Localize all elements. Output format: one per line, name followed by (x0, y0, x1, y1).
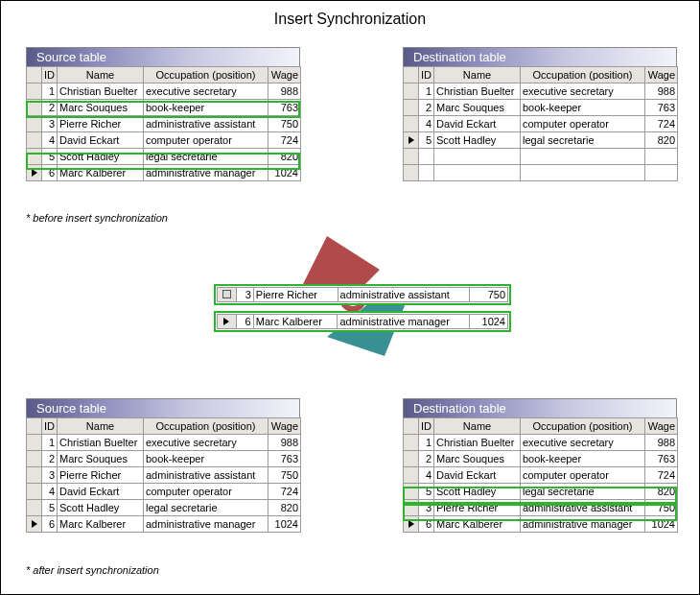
row-handle[interactable] (404, 435, 419, 451)
col-occ: Occupation (position) (144, 67, 268, 83)
cell-wage: 724 (645, 467, 678, 484)
table-row[interactable]: 5Scott Hadleylegal secretarie820 (404, 132, 678, 149)
table-row[interactable]: 6Marc Kalbereradministrative manager1024 (27, 516, 301, 533)
row-handle[interactable] (27, 467, 42, 484)
cell-id: 3 (236, 288, 253, 302)
cell-name: Christian Buelter (434, 83, 521, 100)
col-handle (27, 67, 42, 83)
cell-occ: legal secretarie (144, 149, 268, 165)
row-handle[interactable] (404, 100, 419, 116)
row-handle[interactable] (27, 132, 42, 149)
row-handle[interactable] (404, 467, 419, 484)
table-row[interactable]: 6Marc Kalbereradministrative manager1024 (27, 165, 301, 181)
cell-wage: 1024 (268, 165, 301, 181)
cell-name: Marc Souques (434, 100, 521, 116)
row-handle[interactable] (27, 516, 42, 533)
cell-occ: legal secretarie (144, 500, 268, 516)
cell-name: Scott Hadley (434, 484, 521, 500)
cell-name: Marc Kalberer (434, 516, 521, 533)
cell-id: 5 (42, 149, 58, 165)
cell-name: Pierre Richer (253, 288, 338, 302)
cell-occ: computer operator (144, 484, 268, 500)
row-handle[interactable] (27, 83, 42, 100)
cell-id: 4 (42, 484, 58, 500)
cell-id: 4 (42, 132, 58, 149)
row-handle[interactable] (27, 149, 42, 165)
cell-empty (645, 165, 678, 181)
col-handle (404, 418, 419, 435)
cell-wage: 820 (645, 484, 678, 500)
table-row[interactable]: 4David Eckartcomputer operator724 (404, 467, 678, 484)
row-handle (404, 149, 419, 165)
table-row[interactable]: 5Scott Hadleylegal secretarie820 (27, 149, 301, 165)
cell-id: 6 (236, 315, 253, 329)
table-row[interactable]: 4David Eckartcomputer operator724 (27, 484, 301, 500)
row-handle[interactable] (404, 132, 419, 149)
grid-source-before: ID Name Occupation (position) Wage 1Chri… (26, 66, 301, 181)
float-row: 6 Marc Kalberer administrative manager 1… (217, 314, 508, 329)
col-name: Name (58, 418, 144, 435)
table-row[interactable]: 5Scott Hadleylegal secretarie820 (27, 500, 301, 516)
col-id: ID (42, 67, 58, 83)
cell-occ: administrative manager (144, 165, 268, 181)
table-title-source: Source table (26, 398, 300, 417)
col-wage: Wage (645, 418, 678, 435)
cell-wage: 1024 (268, 516, 301, 533)
cell-occ: legal secretarie (521, 132, 645, 149)
cell-occ: legal secretarie (521, 484, 645, 500)
table-row[interactable]: 5Scott Hadleylegal secretarie820 (404, 484, 678, 500)
cell-name: David Eckart (58, 132, 144, 149)
row-handle[interactable] (404, 451, 419, 467)
table-row[interactable]: 3Pierre Richeradministrative assistant75… (27, 467, 301, 484)
cell-id: 2 (42, 100, 58, 116)
cell-empty (434, 149, 521, 165)
cell-occ: executive secretary (521, 83, 645, 100)
col-name: Name (58, 67, 144, 83)
cell-occ: executive secretary (521, 435, 645, 451)
table-row[interactable]: 4David Eckartcomputer operator724 (27, 132, 301, 149)
table-row[interactable]: 1Christian Buelterexecutive secretary988 (27, 435, 301, 451)
table-row[interactable]: 1Christian Buelterexecutive secretary988 (404, 435, 678, 451)
table-row[interactable]: 1Christian Buelterexecutive secretary988 (27, 83, 301, 100)
row-handle[interactable] (27, 165, 42, 181)
source-table-before: Source table ID Name Occupation (positio… (26, 47, 301, 181)
table-row[interactable]: 2Marc Souquesbook-keeper763 (27, 451, 301, 467)
row-handle (218, 288, 237, 302)
cell-occ: executive secretary (144, 83, 268, 100)
current-row-arrow-icon (408, 136, 414, 144)
cell-occ: computer operator (144, 132, 268, 149)
table-row[interactable]: 4David Eckartcomputer operator724 (404, 116, 678, 132)
cell-empty (419, 149, 434, 165)
row-handle (404, 165, 419, 181)
row-handle[interactable] (404, 484, 419, 500)
row-handle (218, 315, 237, 329)
row-handle[interactable] (404, 83, 419, 100)
cell-occ: book-keeper (521, 100, 645, 116)
col-handle (404, 67, 419, 83)
table-row[interactable]: 2Marc Souquesbook-keeper763 (404, 100, 678, 116)
row-handle[interactable] (404, 500, 419, 516)
cell-id: 2 (419, 451, 434, 467)
table-row-empty (404, 149, 678, 165)
cell-occ: administrative assistant (144, 116, 268, 132)
row-handle[interactable] (27, 451, 42, 467)
row-handle[interactable] (404, 116, 419, 132)
table-row[interactable]: 6Marc Kalbereradministrative manager1024 (404, 516, 678, 533)
row-handle[interactable] (27, 484, 42, 500)
col-wage: Wage (645, 67, 678, 83)
cell-wage: 763 (268, 100, 301, 116)
cell-name: Marc Kalberer (253, 315, 338, 329)
col-handle (27, 418, 42, 435)
row-handle[interactable] (27, 500, 42, 516)
table-row[interactable]: 1Christian Buelterexecutive secretary988 (404, 83, 678, 100)
table-row[interactable]: 3Pierre Richeradministrative assistant75… (27, 116, 301, 132)
row-handle[interactable] (404, 516, 419, 533)
row-handle[interactable] (27, 116, 42, 132)
cell-id: 3 (42, 467, 58, 484)
cell-occ: book-keeper (521, 451, 645, 467)
table-row[interactable]: 2Marc Souquesbook-keeper763 (27, 100, 301, 116)
row-handle[interactable] (27, 435, 42, 451)
table-row[interactable]: 3Pierre Richeradministrative assistant75… (404, 500, 678, 516)
row-handle[interactable] (27, 100, 42, 116)
table-row[interactable]: 2Marc Souquesbook-keeper763 (404, 451, 678, 467)
